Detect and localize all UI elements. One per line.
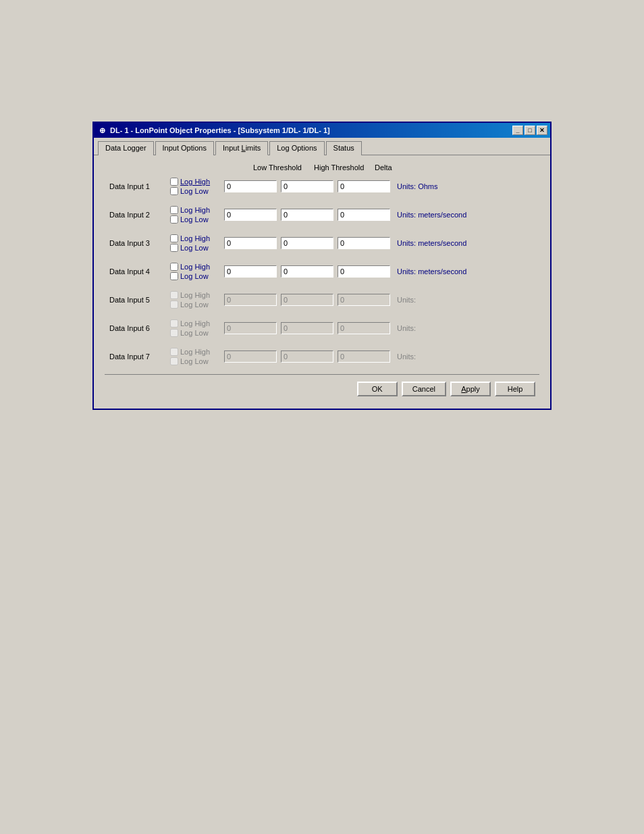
data-row-7: Data Input 7 Log High Log Low Units: xyxy=(105,344,539,369)
low-threshold-field-6 xyxy=(224,322,277,334)
log-high-item-3: Log High xyxy=(170,234,224,242)
high-threshold-field-7 xyxy=(281,350,333,363)
high-threshold-field-6 xyxy=(281,322,333,334)
delta-field-7 xyxy=(338,350,390,363)
minimize-button[interactable]: _ xyxy=(512,126,523,135)
log-low-item-1: Log Low xyxy=(170,187,224,195)
cancel-button[interactable]: Cancel xyxy=(402,382,446,396)
help-button[interactable]: Help xyxy=(495,382,535,396)
high-threshold-field-2[interactable] xyxy=(281,209,333,221)
log-high-checkbox-3[interactable] xyxy=(170,234,178,242)
delta-field-1[interactable] xyxy=(338,180,390,192)
log-high-label-5: Log High xyxy=(180,291,210,299)
title-controls: _ □ ✕ xyxy=(512,126,547,135)
restore-button[interactable]: □ xyxy=(525,126,535,135)
apply-button[interactable]: Apply xyxy=(450,382,491,396)
high-threshold-field-3[interactable] xyxy=(281,237,333,249)
units-label-6: Units: xyxy=(397,324,478,332)
log-low-checkbox-7[interactable] xyxy=(170,357,178,365)
checkboxes-7: Log High Log Low xyxy=(170,348,224,365)
log-low-item-3: Log Low xyxy=(170,244,224,252)
log-low-item-7: Log Low xyxy=(170,357,224,365)
log-low-item-5: Log Low xyxy=(170,301,224,309)
rows-container: Data Input 1 Log High Log Low Units: Ohm… xyxy=(105,174,539,369)
col-header-delta: Delta xyxy=(375,163,429,172)
data-row-3: Data Input 3 Log High Log Low Units: met… xyxy=(105,231,539,255)
tab-log-options-label: Log Options xyxy=(277,144,317,152)
delta-field-6 xyxy=(338,322,390,334)
column-headers: Low Threshold High Threshold Delta xyxy=(253,163,539,172)
units-label-5: Units: xyxy=(397,296,478,304)
low-threshold-field-3[interactable] xyxy=(224,237,277,249)
row-label-4: Data Input 4 xyxy=(109,267,170,276)
data-row-6: Data Input 6 Log High Log Low Units: xyxy=(105,316,539,340)
log-high-label-2: Log High xyxy=(180,206,210,214)
log-high-label-3: Log High xyxy=(180,234,210,242)
delta-field-3[interactable] xyxy=(338,237,390,249)
log-low-label-1: Log Low xyxy=(180,187,209,195)
data-row-4: Data Input 4 Log High Log Low Units: met… xyxy=(105,259,539,284)
log-high-label-4: Log High xyxy=(180,263,210,271)
checkboxes-5: Log High Log Low xyxy=(170,291,224,309)
log-high-item-2: Log High xyxy=(170,206,224,214)
title-bar-left: ⊕ DL- 1 - LonPoint Object Properties - [… xyxy=(97,125,330,136)
log-low-item-4: Log Low xyxy=(170,272,224,280)
low-threshold-field-2[interactable] xyxy=(224,209,277,221)
row-label-2: Data Input 2 xyxy=(109,211,170,219)
log-high-checkbox-1[interactable] xyxy=(170,178,178,186)
data-row-5: Data Input 5 Log High Log Low Units: xyxy=(105,288,539,312)
delta-field-4[interactable] xyxy=(338,265,390,278)
checkboxes-3: Log High Log Low xyxy=(170,234,224,252)
log-low-item-2: Log Low xyxy=(170,215,224,224)
log-high-checkbox-7[interactable] xyxy=(170,348,178,356)
tab-input-options[interactable]: Input Options xyxy=(155,141,214,155)
low-threshold-field-7 xyxy=(224,350,277,363)
tab-status-label: Status xyxy=(333,144,354,152)
log-high-item-7: Log High xyxy=(170,348,224,356)
tab-bar: Data Logger Input Options Input Limits L… xyxy=(94,138,550,155)
main-window: ⊕ DL- 1 - LonPoint Object Properties - [… xyxy=(92,122,552,410)
log-low-label-3: Log Low xyxy=(180,244,209,252)
log-low-label-6: Log Low xyxy=(180,329,209,337)
high-threshold-field-4[interactable] xyxy=(281,265,333,278)
log-low-checkbox-2[interactable] xyxy=(170,215,178,224)
row-label-3: Data Input 3 xyxy=(109,239,170,247)
content-area: Low Threshold High Threshold Delta Data … xyxy=(94,155,550,409)
delta-field-5 xyxy=(338,294,390,306)
close-button[interactable]: ✕ xyxy=(537,126,547,135)
high-threshold-field-1[interactable] xyxy=(281,180,333,192)
high-threshold-field-5 xyxy=(281,294,333,306)
tab-input-limits[interactable]: Input Limits xyxy=(215,141,268,155)
log-low-label-7: Log Low xyxy=(180,357,209,365)
log-low-checkbox-6[interactable] xyxy=(170,329,178,337)
log-low-checkbox-3[interactable] xyxy=(170,244,178,252)
delta-field-2[interactable] xyxy=(338,209,390,221)
log-high-checkbox-2[interactable] xyxy=(170,206,178,214)
log-high-label-1: Log High xyxy=(180,178,210,186)
tab-input-limits-label: Input Limits xyxy=(223,144,261,152)
log-high-checkbox-6[interactable] xyxy=(170,319,178,328)
low-threshold-field-4[interactable] xyxy=(224,265,277,278)
low-threshold-field-1[interactable] xyxy=(224,180,277,192)
log-low-checkbox-1[interactable] xyxy=(170,187,178,195)
tab-status[interactable]: Status xyxy=(326,141,362,155)
row-label-7: Data Input 7 xyxy=(109,353,170,361)
log-high-checkbox-4[interactable] xyxy=(170,263,178,271)
tab-input-options-label: Input Options xyxy=(163,144,207,152)
log-high-item-4: Log High xyxy=(170,263,224,271)
row-label-6: Data Input 6 xyxy=(109,324,170,332)
col-header-high: High Threshold xyxy=(314,163,375,172)
ok-button[interactable]: OK xyxy=(357,382,398,396)
log-low-checkbox-4[interactable] xyxy=(170,272,178,280)
tab-log-options[interactable]: Log Options xyxy=(269,141,324,155)
log-low-checkbox-5[interactable] xyxy=(170,301,178,309)
log-low-item-6: Log Low xyxy=(170,329,224,337)
log-high-checkbox-5[interactable] xyxy=(170,291,178,299)
tab-data-logger[interactable]: Data Logger xyxy=(98,141,154,155)
data-row-1: Data Input 1 Log High Log Low Units: Ohm… xyxy=(105,174,539,199)
log-low-label-5: Log Low xyxy=(180,301,209,309)
checkboxes-4: Log High Log Low xyxy=(170,263,224,280)
units-label-3: Units: meters/second xyxy=(397,239,478,247)
row-label-1: Data Input 1 xyxy=(109,182,170,190)
low-threshold-field-5 xyxy=(224,294,277,306)
